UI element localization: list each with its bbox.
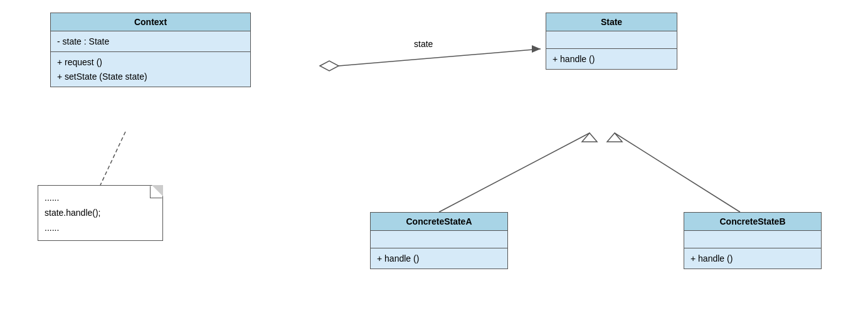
context-method-2: + setState (State state) [57,70,244,83]
svg-marker-7 [607,133,622,142]
context-class-name: Context [134,17,167,27]
context-class-header: Context [51,13,250,31]
svg-marker-2 [532,45,541,53]
state-class: State + handle () [546,13,677,70]
concrete-state-a-method-1: + handle () [377,252,501,265]
note-box: ...... state.handle(); ...... [38,185,163,241]
svg-marker-5 [582,133,597,142]
concrete-state-b-class: ConcreteStateB + handle () [684,212,822,269]
concrete-state-a-methods: + handle () [371,248,507,269]
concrete-state-a-class: ConcreteStateA + handle () [370,212,508,269]
context-attributes: - state : State [51,31,250,52]
concrete-state-a-header: ConcreteStateA [371,213,507,231]
svg-marker-0 [320,61,339,71]
concrete-state-b-name: ConcreteStateB [719,216,785,226]
concrete-state-b-method-1: + handle () [691,252,815,265]
state-attributes [546,31,677,49]
context-class: Context - state : State + request () + s… [50,13,251,87]
note-line-3: ...... [45,221,147,236]
svg-line-1 [339,49,541,66]
svg-line-8 [100,132,125,185]
concrete-state-a-attributes [371,231,507,248]
context-methods: + request () + setState (State state) [51,52,250,87]
concrete-state-b-attributes [684,231,821,248]
state-methods: + handle () [546,49,677,69]
state-class-name: State [601,17,622,27]
state-class-header: State [546,13,677,31]
state-method-1: + handle () [553,52,670,66]
context-method-1: + request () [57,55,244,69]
svg-line-4 [439,133,590,212]
concrete-state-b-header: ConcreteStateB [684,213,821,231]
uml-diagram: state Context - state : State + request … [0,0,868,330]
note-corner-fold [152,185,163,196]
note-line-1: ...... [45,191,147,206]
svg-line-6 [615,133,740,212]
concrete-state-a-name: ConcreteStateA [406,216,472,226]
context-attr-1: - state : State [57,35,244,48]
note-line-2: state.handle(); [45,206,147,221]
svg-text:state: state [414,39,433,49]
concrete-state-b-methods: + handle () [684,248,821,269]
